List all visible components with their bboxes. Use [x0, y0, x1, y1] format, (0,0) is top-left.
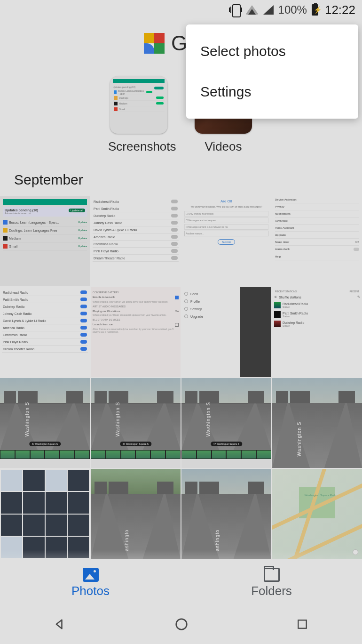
status-bar: 100% ⚡ 12:22 [0, 0, 362, 20]
android-nav-bar [0, 606, 362, 644]
grid-thumb[interactable]: Washington S 47 Washington Square S [181, 378, 271, 468]
nav-recent-icon[interactable] [296, 618, 308, 632]
grid-thumb[interactable]: Updates pending (10) Update allAuto-upda… [0, 196, 90, 286]
grid-thumb[interactable]: ashingto [91, 469, 181, 559]
grid-thumb[interactable]: Device Activation Privacy Notifications … [272, 196, 362, 286]
overflow-menu: Select photos Settings [186, 24, 358, 119]
grid-thumb[interactable] [0, 469, 90, 559]
tab-folders[interactable]: Folders [181, 559, 362, 606]
tab-photos[interactable]: Photos [0, 559, 181, 606]
photos-icon [83, 568, 99, 582]
grid-thumb[interactable]: Radiohead Radio Patti Smith Radio Dubste… [0, 287, 90, 377]
section-september: September [0, 159, 362, 196]
shortcut-screenshots[interactable]: Updates pending (10) Busuu Learn Languag… [108, 76, 169, 154]
svg-rect-1 [298, 620, 306, 628]
grid-thumb[interactable]: Washington S 47 Washington Square S [0, 378, 90, 468]
menu-settings[interactable]: Settings [186, 72, 358, 112]
folders-icon [264, 568, 280, 582]
nav-home-icon[interactable] [174, 617, 189, 633]
shortcut-videos-label: Videos [193, 139, 254, 154]
grid-thumb[interactable]: Washington S [272, 378, 362, 468]
photo-grid: Updates pending (10) Update allAuto-upda… [0, 196, 362, 559]
grid-thumb[interactable]: Washington Square Park [272, 469, 362, 559]
wifi-icon [245, 5, 259, 15]
grid-thumb[interactable]: RECENT STATIONS RECENT ⤨Shuffle stations… [272, 287, 362, 377]
grid-thumb[interactable]: Radiohead Radio Patti Smith Radio Dubste… [91, 196, 181, 286]
grid-thumb[interactable]: ashingto [181, 469, 271, 559]
battery-percent: 100% [278, 3, 307, 16]
grid-thumb[interactable]: Are Off We want your feedback. Why did y… [181, 196, 271, 286]
cell-signal-icon [263, 5, 274, 15]
grid-thumb[interactable]: Feed Profile Settings Upgrade [181, 287, 271, 377]
grid-thumb[interactable]: Washington S 47 Washington Square S [91, 378, 181, 468]
shortcut-screenshots-thumb: Updates pending (10) Busuu Learn Languag… [110, 76, 167, 134]
vibrate-icon [230, 4, 241, 16]
nav-back-icon[interactable] [54, 618, 67, 633]
menu-select-photos[interactable]: Select photos [186, 31, 358, 72]
shortcut-screenshots-label: Screenshots [108, 139, 169, 154]
tab-photos-label: Photos [71, 584, 110, 598]
svg-point-0 [176, 619, 187, 630]
battery-charging-icon: ⚡ [312, 4, 318, 16]
grid-thumb[interactable]: CONSERVE BATTERY Enable Auto-Lock When e… [91, 287, 181, 377]
tab-folders-label: Folders [251, 584, 292, 598]
clock: 12:22 [325, 3, 355, 17]
gallery-logo-icon [144, 33, 165, 54]
bottom-nav: Photos Folders [0, 559, 362, 606]
